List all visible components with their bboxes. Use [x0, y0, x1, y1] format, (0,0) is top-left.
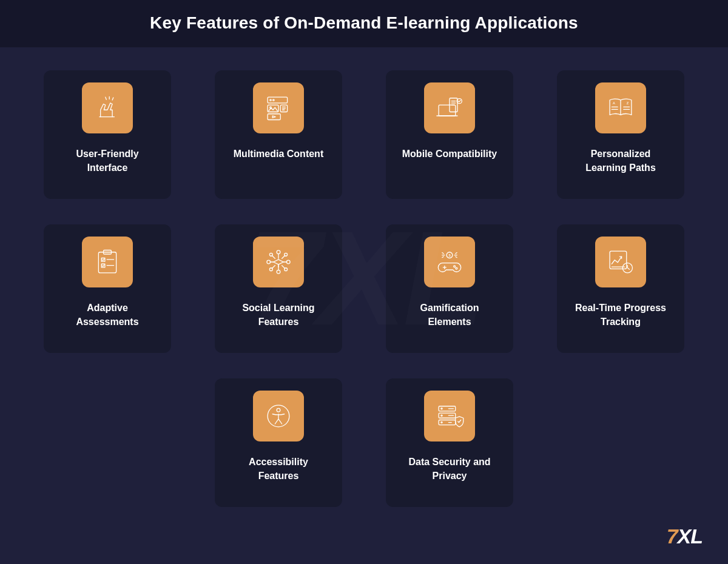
- feature-label: Accessibility Features: [226, 455, 331, 483]
- feature-card: Adaptive Assessments: [44, 224, 171, 353]
- accessibility-icon: [253, 391, 304, 441]
- server-shield-icon: [424, 391, 475, 441]
- feature-card: Accessibility Features: [215, 378, 342, 507]
- feature-label: Mobile Compatibility: [400, 147, 499, 161]
- svg-text:Z: Z: [627, 101, 629, 105]
- svg-point-36: [441, 415, 442, 416]
- brand-logo: 7XL: [667, 525, 703, 548]
- page-title: Key Features of On-Demand E-learning App…: [0, 13, 728, 33]
- grid-row: Adaptive Assessments Social Le: [36, 224, 692, 353]
- feature-label: Gamification Elements: [397, 301, 502, 329]
- grid-row: Accessibility Features Data Security and…: [36, 378, 692, 507]
- feature-card: $ Gamification Elements: [386, 224, 513, 353]
- feature-label: Social Learning Features: [226, 301, 331, 329]
- feature-card: Data Security and Privacy: [386, 378, 513, 507]
- svg-rect-0: [268, 97, 288, 103]
- svg-text:$: $: [448, 253, 451, 257]
- feature-label: Personalized Learning Paths: [568, 147, 673, 175]
- svg-point-37: [441, 421, 442, 423]
- svg-point-2: [273, 99, 274, 101]
- open-book-icon: A Z: [595, 82, 646, 133]
- svg-point-35: [441, 408, 442, 409]
- feature-card: Real-Time Progress Tracking: [557, 224, 684, 353]
- brand-seven: 7: [667, 525, 678, 548]
- feature-label: Adaptive Assessments: [55, 301, 160, 329]
- svg-rect-28: [610, 251, 627, 269]
- gamepad-coin-icon: $: [424, 237, 475, 287]
- grid-row: User-Friendly Interface Multimedia Conte…: [36, 70, 692, 199]
- svg-point-25: [456, 267, 457, 269]
- svg-rect-6: [268, 114, 280, 120]
- feature-label: Data Security and Privacy: [397, 455, 502, 483]
- header-bar: Key Features of On-Demand E-learning App…: [0, 0, 728, 47]
- feature-label: Multimedia Content: [231, 147, 326, 161]
- svg-point-1: [270, 99, 271, 101]
- high-five-icon: [82, 82, 133, 133]
- feature-card: A Z Personalized Learning Paths: [557, 70, 684, 199]
- feature-card: Mobile Compatibility: [386, 70, 513, 199]
- svg-point-31: [277, 408, 280, 412]
- feature-card: Multimedia Content: [215, 70, 342, 199]
- feature-card: Social Learning Features: [215, 224, 342, 353]
- feature-label: Real-Time Progress Tracking: [568, 301, 673, 329]
- brand-xl: XL: [678, 525, 703, 548]
- svg-rect-12: [98, 252, 116, 273]
- feature-label: User-Friendly Interface: [55, 147, 160, 175]
- svg-rect-7: [439, 105, 456, 116]
- svg-text:A: A: [613, 101, 615, 105]
- svg-point-4: [270, 107, 272, 109]
- svg-rect-3: [268, 105, 278, 112]
- multimedia-icon: [253, 82, 304, 133]
- chart-clock-icon: [595, 237, 646, 287]
- mobile-laptop-icon: [424, 82, 475, 133]
- features-grid: User-Friendly Interface Multimedia Conte…: [0, 47, 728, 507]
- checklist-icon: [82, 237, 133, 287]
- svg-point-24: [454, 266, 456, 267]
- feature-card: User-Friendly Interface: [44, 70, 171, 199]
- network-cap-icon: [253, 237, 304, 287]
